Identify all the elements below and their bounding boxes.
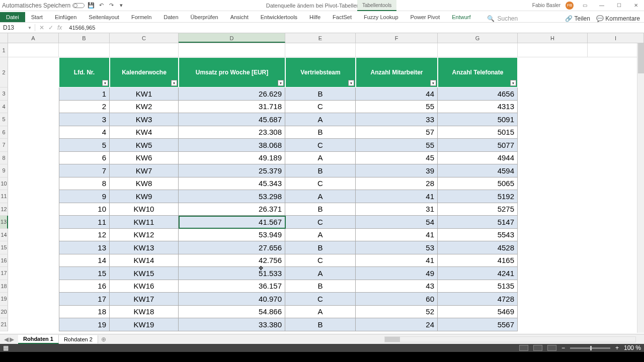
table-cell[interactable]: KW14 — [110, 254, 179, 267]
zoom-slider[interactable] — [570, 347, 610, 349]
table-cell[interactable]: A — [285, 113, 356, 126]
table-cell[interactable]: KW19 — [110, 318, 179, 331]
share-button[interactable]: 🔗 Teilen — [565, 15, 590, 22]
table-cell[interactable]: 5275 — [438, 203, 518, 216]
row-header-1[interactable]: 1 — [0, 43, 8, 57]
zoom-out-icon[interactable]: − — [561, 344, 565, 351]
view-pagelayout-icon[interactable] — [533, 345, 542, 351]
table-cell[interactable]: 55 — [356, 101, 438, 114]
table-cell[interactable]: 52 — [356, 306, 438, 319]
tab-fuzzy[interactable]: Fuzzy Lookup — [358, 12, 404, 22]
table-cell[interactable]: 9 — [59, 190, 110, 203]
row-header-3[interactable]: 3 — [0, 87, 8, 101]
table-cell[interactable]: 12 — [59, 229, 110, 242]
column-header-I[interactable]: I — [588, 33, 644, 43]
tab-help[interactable]: Hilfe — [303, 12, 327, 22]
table-cell[interactable]: A — [285, 190, 356, 203]
tab-insert[interactable]: Einfügen — [49, 12, 83, 22]
table-row[interactable]: 2KW231.718C554313 — [59, 101, 518, 114]
table-cell[interactable]: B — [285, 203, 356, 216]
table-cell[interactable]: KW10 — [110, 203, 179, 216]
table-cell[interactable]: 25.379 — [179, 164, 285, 177]
table-cell[interactable]: 4165 — [438, 254, 518, 267]
sheet-nav-next-icon[interactable]: ▶ — [10, 336, 14, 343]
table-row[interactable]: 7KW725.379B394594 — [59, 164, 518, 177]
table-header[interactable]: Anzahl Telefonate▼ — [438, 57, 518, 87]
table-cell[interactable]: 7 — [59, 164, 110, 177]
table-cell[interactable]: KW6 — [110, 152, 179, 165]
row-header-15[interactable]: 15 — [0, 241, 8, 254]
table-cell[interactable]: 19 — [59, 318, 110, 331]
save-icon[interactable]: 💾 — [88, 2, 95, 9]
row-header-14[interactable]: 14 — [0, 229, 8, 242]
column-header-G[interactable]: G — [438, 33, 518, 43]
table-cell[interactable]: B — [285, 318, 356, 331]
view-normal-icon[interactable] — [519, 345, 528, 351]
table-cell[interactable]: KW4 — [110, 126, 179, 139]
row-header-21[interactable]: 21 — [0, 318, 8, 331]
tab-formulas[interactable]: Formeln — [125, 12, 157, 22]
redo-icon[interactable]: ↷ — [108, 2, 115, 9]
row-header-16[interactable]: 16 — [0, 254, 8, 267]
customize-icon[interactable]: ▾ — [118, 2, 125, 9]
table-row[interactable]: 9KW953.298A415192 — [59, 190, 518, 203]
table-header[interactable]: Anzahl Mitarbeiter▼ — [356, 57, 438, 87]
close-icon[interactable]: ✕ — [630, 1, 642, 10]
autosave-toggle[interactable]: Automatisches Speichern — [2, 2, 85, 9]
row-header-11[interactable]: 11 — [0, 190, 8, 203]
view-pagebreak-icon[interactable] — [547, 345, 556, 351]
row-header-9[interactable]: 9 — [0, 164, 8, 177]
table-cell[interactable]: 13 — [59, 241, 110, 254]
table-cell[interactable]: 5192 — [438, 190, 518, 203]
tab-factset[interactable]: FactSet — [327, 12, 358, 22]
table-cell[interactable]: KW5 — [110, 139, 179, 152]
column-header-F[interactable]: F — [356, 33, 438, 43]
table-cell[interactable]: 43 — [356, 280, 438, 293]
row-header-6[interactable]: 6 — [0, 126, 8, 139]
table-row[interactable]: 16KW1636.157B435135 — [59, 280, 518, 293]
table-cell[interactable]: 17 — [59, 293, 110, 306]
table-cell[interactable]: 18 — [59, 306, 110, 319]
table-cell[interactable]: 26.629 — [179, 87, 285, 101]
row-header-12[interactable]: 12 — [0, 203, 8, 216]
table-cell[interactable]: 4241 — [438, 267, 518, 280]
table-cell[interactable]: 2 — [59, 101, 110, 114]
table-cell[interactable]: KW15 — [110, 267, 179, 280]
column-header-E[interactable]: E — [285, 33, 356, 43]
table-row[interactable]: 5KW538.068C555077 — [59, 139, 518, 152]
table-cell[interactable]: 16 — [59, 280, 110, 293]
table-cell[interactable]: KW13 — [110, 241, 179, 254]
table-cell[interactable]: 24 — [356, 318, 438, 331]
table-cell[interactable]: 39 — [356, 164, 438, 177]
column-header-A[interactable]: A — [8, 33, 59, 43]
select-all-corner[interactable] — [0, 33, 8, 43]
table-cell[interactable]: KW7 — [110, 164, 179, 177]
table-cell[interactable]: C — [285, 101, 356, 114]
table-cell[interactable]: 27.656 — [179, 241, 285, 254]
zoom-in-icon[interactable]: + — [615, 344, 619, 351]
table-cell[interactable]: 31.718 — [179, 101, 285, 114]
table-cell[interactable]: 5077 — [438, 139, 518, 152]
table-cell[interactable]: 5135 — [438, 280, 518, 293]
table-cell[interactable]: 36.157 — [179, 280, 285, 293]
filter-dropdown-icon[interactable]: ▼ — [430, 80, 436, 86]
table-header[interactable]: Lfd. Nr.▼ — [59, 57, 110, 87]
table-header[interactable]: Umsatz pro Woche [EUR]▼ — [179, 57, 285, 87]
table-cell[interactable]: KW17 — [110, 293, 179, 306]
table-cell[interactable]: 41.567 — [179, 216, 285, 229]
row-header-4[interactable]: 4 — [0, 101, 8, 114]
table-cell[interactable]: B — [285, 87, 356, 101]
filter-dropdown-icon[interactable]: ▼ — [278, 80, 284, 86]
row-header-8[interactable]: 8 — [0, 152, 8, 165]
table-cell[interactable]: 49 — [356, 267, 438, 280]
filter-dropdown-icon[interactable]: ▼ — [171, 80, 177, 86]
table-cell[interactable]: B — [285, 280, 356, 293]
table-cell[interactable]: 23.308 — [179, 126, 285, 139]
table-cell[interactable]: KW9 — [110, 190, 179, 203]
table-row[interactable]: 4KW423.308B575015 — [59, 126, 518, 139]
table-cell[interactable]: 60 — [356, 293, 438, 306]
scroll-thumb[interactable] — [385, 337, 400, 342]
table-row[interactable]: 19KW1933.380B245567 — [59, 318, 518, 331]
table-cell[interactable]: C — [285, 139, 356, 152]
row-header-2[interactable]: 2 — [0, 57, 8, 87]
